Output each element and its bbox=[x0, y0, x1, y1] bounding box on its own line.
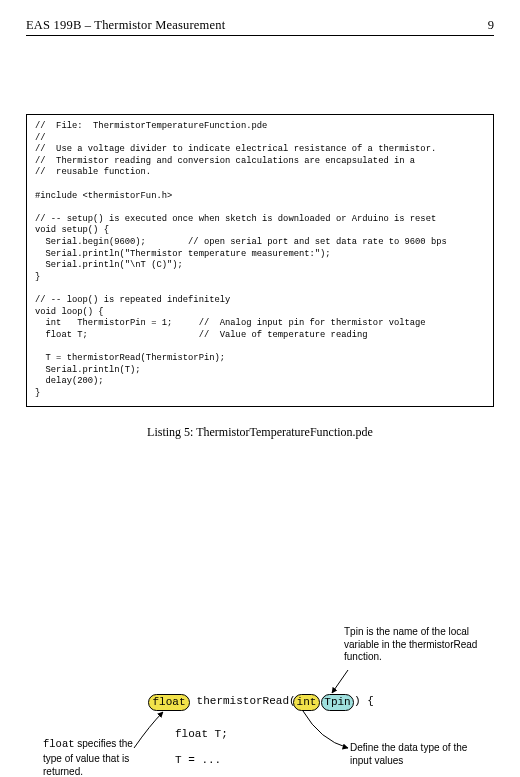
bubble-int: int bbox=[293, 694, 320, 711]
function-anatomy-diagram: Tpin is the name of the local variable i… bbox=[0, 620, 520, 777]
note-tpin: Tpin is the name of the local variable i… bbox=[344, 626, 484, 664]
note-float-code: float bbox=[43, 738, 75, 750]
note-define-type: Define the data type of the input values bbox=[350, 742, 480, 767]
sig-close: ) { bbox=[354, 695, 374, 707]
listing-caption: Listing 5: ThermistorTemperatureFunction… bbox=[26, 425, 494, 440]
note-float-specifies: float specifies the type of value that i… bbox=[43, 737, 148, 777]
body-line-1: float T; bbox=[175, 728, 228, 740]
page-header: EAS 199B – Thermistor Measurement 9 bbox=[26, 18, 494, 33]
code-listing: // File: ThermistorTemperatureFunction.p… bbox=[26, 114, 494, 407]
header-rule bbox=[26, 35, 494, 36]
header-title: EAS 199B – Thermistor Measurement bbox=[26, 18, 225, 33]
bubble-tpin: Tpin bbox=[321, 694, 354, 711]
body-line-2: T = ... bbox=[175, 754, 221, 766]
bubble-float: float bbox=[148, 694, 190, 711]
sig-mid: thermistorRead( bbox=[190, 695, 296, 707]
page-number: 9 bbox=[488, 18, 494, 33]
svg-line-0 bbox=[332, 670, 348, 693]
